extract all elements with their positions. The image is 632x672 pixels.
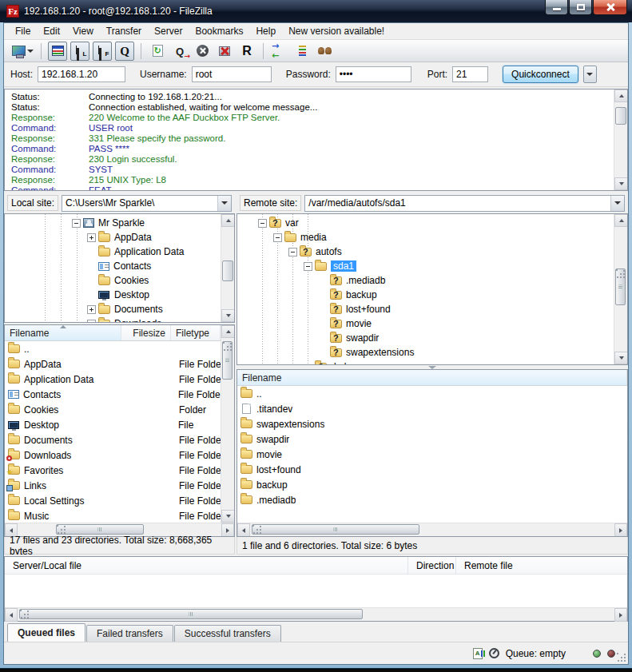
log-vertical-scrollbar[interactable] [614, 89, 627, 190]
remote-list-row[interactable]: swapextensions [237, 416, 627, 431]
quickconnect-dropdown-button[interactable] [583, 66, 597, 83]
tab-failed-transfers[interactable]: Failed transfers [86, 625, 173, 642]
maximize-button[interactable] [569, 0, 592, 15]
remote-tree-item-swapdir[interactable]: swapdir [237, 331, 614, 345]
close-button[interactable] [593, 0, 627, 15]
remote-list-row[interactable]: lost+found [237, 462, 627, 477]
cancel-button[interactable] [193, 42, 212, 61]
local-list-row[interactable]: AppDataFile Folder [5, 356, 221, 372]
column-header-direction[interactable]: Direction [408, 557, 456, 574]
remote-tree-item-media[interactable]: media [237, 230, 614, 245]
synchronized-browsing-button[interactable] [292, 42, 312, 61]
local-list-row[interactable]: ContactsFile Folder [5, 387, 221, 402]
column-header-remote-file[interactable]: Remote file [456, 557, 627, 574]
combo-dropdown-button[interactable] [217, 196, 231, 211]
toggle-local-tree-button[interactable] [70, 42, 89, 61]
local-list-horizontal-scrollbar[interactable] [5, 523, 234, 536]
collapse-sash-icon[interactable] [428, 366, 436, 369]
remote-splitter-sash[interactable] [237, 365, 628, 369]
local-list-row[interactable]: MusicFile Folder [5, 508, 221, 523]
remote-site-combobox[interactable]: /var/media/autofs/sda1 [304, 195, 625, 212]
local-tree-vertical-scrollbar[interactable] [221, 214, 234, 322]
local-list-row[interactable]: LinksFile Folder [5, 478, 221, 493]
minus-expander-icon[interactable] [304, 262, 312, 271]
local-tree-item-contacts[interactable]: Contacts [5, 259, 221, 273]
local-list-row[interactable]: FavoritesFile Folder [5, 463, 221, 478]
minus-expander-icon[interactable] [288, 248, 297, 256]
disconnect-button[interactable] [215, 42, 234, 61]
resize-grip[interactable] [617, 653, 627, 663]
menu-help[interactable]: Help [249, 24, 282, 38]
remote-tree-item-var[interactable]: var [237, 216, 614, 230]
plus-expander-icon[interactable] [87, 305, 96, 314]
scroll-up-arrow[interactable] [614, 214, 628, 227]
remote-tree-item-lost-found[interactable]: lost+found [237, 302, 614, 316]
local-tree-item-mr-sparkle[interactable]: Mr Sparkle [5, 216, 221, 230]
column-header-filetype[interactable]: Filetype [171, 325, 221, 340]
column-header-filesize[interactable]: Filesize [121, 325, 171, 340]
remote-tree-item-swapextensions[interactable]: swapextensions [237, 345, 614, 360]
minus-expander-icon[interactable] [258, 219, 267, 228]
scroll-right-arrow[interactable] [614, 523, 627, 537]
title-bar[interactable]: Fz 192.168.1.20 - root@192.168.1.20 - Fi… [0, 0, 632, 22]
host-input[interactable] [38, 66, 125, 82]
scroll-down-arrow[interactable] [221, 510, 234, 523]
remote-tree-item-dvd[interactable]: dvd [237, 360, 614, 364]
remote-tree-item-autofs[interactable]: autofs [237, 245, 614, 259]
menu-view[interactable]: View [66, 24, 100, 38]
scroll-down-arrow[interactable] [221, 309, 235, 322]
menu-edit[interactable]: Edit [37, 24, 66, 38]
minimize-button[interactable] [545, 0, 568, 15]
remote-tree-vertical-scrollbar[interactable] [614, 214, 627, 364]
local-list-row[interactable]: Application DataFile Folder [5, 372, 221, 387]
column-header-server-local-file[interactable]: Server/Local file [5, 557, 408, 574]
scroll-up-arrow[interactable] [221, 325, 234, 338]
combo-dropdown-button[interactable] [610, 196, 624, 211]
scrollbar-thumb[interactable] [56, 524, 144, 535]
directory-comparison-button[interactable] [270, 42, 289, 61]
menu-bookmarks[interactable]: Bookmarks [189, 24, 249, 38]
remote-list-horizontal-scrollbar[interactable] [237, 523, 627, 536]
local-tree-item-downloads[interactable]: Downloads [5, 316, 221, 322]
remote-list-row[interactable]: movie [237, 447, 627, 462]
scrollbar-thumb[interactable] [252, 524, 419, 535]
scroll-down-arrow[interactable] [614, 352, 628, 364]
refresh-button[interactable] [148, 42, 167, 61]
scroll-up-arrow[interactable] [614, 89, 628, 102]
reconnect-button[interactable] [237, 42, 256, 61]
plus-expander-icon[interactable] [87, 233, 96, 242]
remote-tree-item-backup[interactable]: backup [237, 288, 614, 302]
menu-server[interactable]: Server [148, 24, 189, 38]
port-input[interactable] [452, 66, 488, 82]
username-input[interactable] [192, 66, 272, 82]
menu-file[interactable]: File [9, 24, 37, 38]
process-queue-button[interactable] [170, 42, 189, 61]
scroll-up-arrow[interactable] [221, 214, 235, 227]
queue-horizontal-scrollbar[interactable] [5, 607, 627, 621]
local-tree-item-application-data[interactable]: Application Data [5, 245, 221, 259]
scrollbar-thumb[interactable] [222, 260, 233, 281]
scrollbar-thumb[interactable] [615, 268, 626, 305]
minus-expander-icon[interactable] [273, 233, 282, 242]
tab-queued-files[interactable]: Queued files [7, 623, 85, 642]
remote-list-row[interactable]: backup [237, 477, 627, 492]
local-list-row[interactable]: DesktopFile [5, 417, 221, 432]
column-header-filename[interactable]: Filename [5, 325, 121, 340]
column-header-filename[interactable]: Filename [237, 370, 627, 385]
find-files-button[interactable] [315, 42, 334, 61]
scroll-right-arrow[interactable] [614, 608, 627, 622]
quickconnect-button[interactable]: Quickconnect [503, 66, 578, 83]
remote-tree-item-movie[interactable]: movie [237, 316, 614, 331]
scroll-left-arrow[interactable] [5, 608, 18, 622]
scrollbar-thumb[interactable] [19, 609, 363, 619]
remote-list-row[interactable]: .. [237, 386, 627, 401]
site-manager-button[interactable] [10, 42, 34, 61]
local-list-row[interactable]: Local SettingsFile Folder [5, 493, 221, 508]
minus-expander-icon[interactable] [72, 219, 81, 228]
password-input[interactable] [336, 66, 411, 82]
local-list-row[interactable]: DocumentsFile Folder [5, 432, 221, 447]
remote-tree-item-sda1[interactable]: sda1 [237, 259, 614, 273]
toggle-remote-tree-button[interactable] [93, 42, 112, 61]
local-tree-item-appdata[interactable]: AppData [5, 230, 221, 245]
remote-tree-item-mediadb[interactable]: .mediadb [237, 273, 614, 288]
